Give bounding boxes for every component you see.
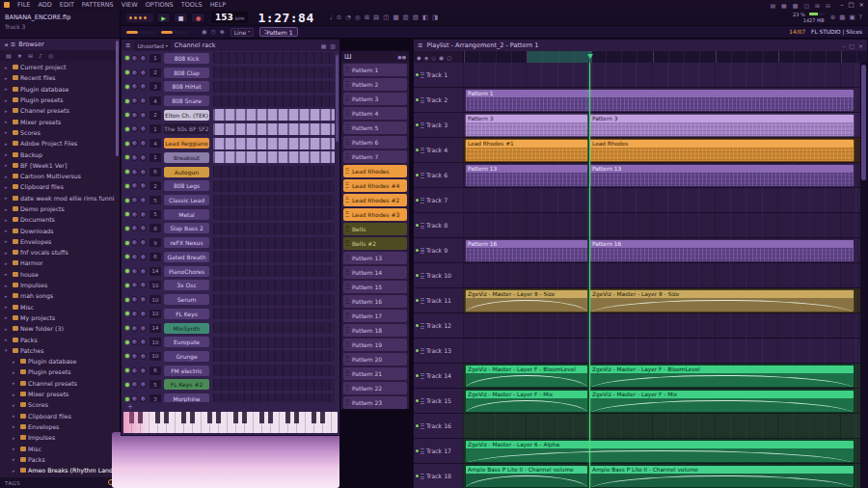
slip-tool-icon[interactable]: ○ [447, 54, 451, 61]
track-header[interactable]: Track 10 [414, 263, 463, 288]
pattern-item[interactable]: Lead Rhodes #2 [343, 194, 407, 206]
playlist-clip[interactable]: Pattern 16 [589, 239, 854, 262]
channel-mixer-track-number[interactable]: 14 [149, 324, 161, 333]
channel-mixer-track-number[interactable]: 5 [149, 210, 161, 219]
channel-row[interactable]: 10 Serum [122, 292, 339, 307]
pattern-item[interactable]: Lead Rhodes #3 [343, 208, 407, 221]
tempo-value[interactable]: 153 [215, 13, 233, 22]
track-enable-led[interactable] [416, 123, 419, 126]
playlist-window-icon[interactable]: ▩ [393, 13, 398, 22]
channel-step-area[interactable] [213, 280, 335, 291]
channel-pan-knob[interactable] [131, 112, 138, 119]
channel-button[interactable]: Metal [164, 209, 209, 220]
channel-row[interactable]: 1 The 50s BF SF2 [122, 122, 339, 137]
wait-for-input-icon[interactable]: ⊙ [337, 13, 341, 22]
playlist-clip[interactable]: ZgeViz - Master - Layer F - BloomLevel [465, 365, 588, 388]
track-enable-led[interactable] [416, 449, 419, 452]
browser-item[interactable]: Cartoon Multiversus [0, 171, 120, 181]
track-enable-led[interactable] [416, 174, 419, 176]
playhead[interactable] [589, 63, 590, 488]
track-header[interactable]: Track 11 [414, 288, 463, 313]
channel-mixer-track-number[interactable]: 2 [149, 111, 161, 120]
browser-item[interactable]: Demo projects [0, 203, 120, 214]
pattern-item[interactable]: Pattern 6 [343, 136, 407, 149]
add-channel-button[interactable]: + [127, 403, 133, 411]
playlist-grid[interactable]: Pattern 1 Pattern 3 Pattern 3 Lead Rho [463, 63, 860, 488]
channel-enable-led[interactable] [125, 155, 129, 159]
graph-editor-icon[interactable]: ▦ [321, 42, 327, 49]
channel-button[interactable]: The 50s BF SF2 [164, 123, 209, 134]
channel-button[interactable]: Elton Ch. (TEK) [164, 110, 209, 121]
pattern-item[interactable]: Pattern 18 [343, 324, 407, 337]
channel-sort-selector[interactable]: Unsorted ▾ [134, 41, 170, 50]
channel-mixer-track-number[interactable]: 6 [149, 253, 161, 261]
playlist-close-button[interactable]: × [858, 42, 863, 49]
pattern-item[interactable]: Pattern 3 [343, 93, 407, 105]
channel-mixer-track-number[interactable]: 2 [149, 181, 161, 190]
channel-enable-led[interactable] [125, 199, 129, 203]
browser-item[interactable]: Misc [0, 302, 120, 312]
playlist-clip[interactable]: Ample Bass P Lite II - Channel volume [589, 465, 854, 488]
channel-button[interactable]: Classic Lead [164, 195, 209, 205]
playlist-toggle-icon[interactable]: ▤ [770, 2, 775, 9]
track-header[interactable]: Track 4 [414, 138, 463, 163]
channel-enable-led[interactable] [125, 70, 129, 74]
playlist-scrollbar[interactable] [860, 63, 867, 488]
metronome-icon[interactable]: ♩ [330, 13, 333, 22]
channel-row[interactable]: 6 Autogun [122, 165, 339, 179]
channel-mixer-track-number[interactable]: 6 [149, 168, 161, 176]
channel-volume-knob[interactable] [140, 381, 147, 388]
pattern-item[interactable]: Pattern 23 [343, 396, 407, 409]
browser-item[interactable]: Impulses [0, 280, 120, 290]
channel-volume-knob[interactable] [140, 83, 147, 90]
browser-item[interactable]: date week mod ellie rims funni [0, 193, 120, 203]
channel-mixer-track-number[interactable]: 5 [149, 196, 161, 204]
channel-volume-knob[interactable] [140, 311, 147, 317]
timeline-ruler[interactable] [463, 51, 867, 63]
channel-enable-led[interactable] [125, 269, 129, 273]
master-pitch-slider[interactable] [161, 31, 190, 34]
playlist-maximize-button[interactable]: □ [849, 42, 854, 49]
channel-button[interactable]: Autogun [164, 167, 209, 177]
playlist-clip[interactable]: Pattern 13 [589, 164, 854, 187]
channel-pan-knob[interactable] [131, 125, 138, 132]
channel-enable-led[interactable] [125, 340, 129, 344]
channel-pan-knob[interactable] [131, 197, 138, 203]
channel-volume-knob[interactable] [140, 325, 147, 332]
channel-volume-knob[interactable] [140, 55, 147, 62]
browser-item[interactable]: mah songs [0, 290, 120, 301]
playlist-clip[interactable]: Pattern 13 [465, 164, 588, 187]
channel-row[interactable]: 1 Breakout [122, 150, 339, 165]
playlist-minimize-button[interactable]: – [842, 42, 845, 49]
channel-pan-knob[interactable] [131, 296, 138, 303]
channel-row[interactable]: 2 808 Legs [122, 178, 339, 193]
draw-tool-icon[interactable]: ◆ [417, 54, 421, 61]
channel-pan-knob[interactable] [131, 55, 138, 62]
channel-button[interactable]: 3x Osc [164, 280, 209, 290]
track-enable-led[interactable] [416, 299, 419, 302]
track-enable-led[interactable] [416, 474, 419, 477]
channel-volume-knob[interactable] [140, 197, 147, 203]
playlist-clip[interactable]: Pattern 3 [465, 114, 588, 137]
channel-mixer-track-number[interactable]: 10 [149, 352, 161, 361]
menu-item[interactable]: HELP [206, 0, 231, 10]
typing-keyboard-icon[interactable]: ▦ [839, 13, 845, 22]
menu-item[interactable]: VIEW [118, 0, 142, 10]
channel-row[interactable]: 14 MinSynth [122, 321, 339, 336]
channel-row[interactable]: 5 FL Keys #2 [122, 378, 339, 393]
channel-volume-knob[interactable] [140, 339, 147, 345]
piano-roll-window-icon[interactable]: ▥ [403, 13, 409, 22]
channel-step-area[interactable] [213, 223, 335, 234]
playlist-clip[interactable]: Lead Rhodes #1 [465, 139, 588, 162]
track-header[interactable]: Track 8 [414, 213, 463, 238]
help-icon[interactable]: ? [859, 13, 862, 22]
channel-mixer-track-number[interactable]: 4 [149, 96, 161, 105]
channel-enable-led[interactable] [125, 127, 129, 131]
track-header[interactable]: Track 13 [414, 339, 463, 364]
channel-enable-led[interactable] [125, 312, 129, 315]
channel-pan-knob[interactable] [131, 254, 138, 260]
browser-item[interactable]: New folder (3) [0, 323, 120, 334]
smart-disable-icon[interactable]: ◇ [211, 27, 216, 37]
channel-step-area[interactable] [213, 95, 335, 107]
pattern-memory-display[interactable] [126, 14, 153, 22]
